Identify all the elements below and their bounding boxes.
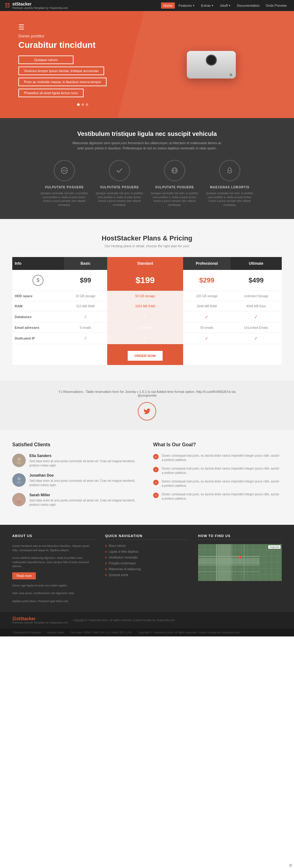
- svg-point-6: [16, 461, 22, 464]
- feature-item-0: VULPUTATE POSUERE Quisque venenatis nisl…: [40, 160, 89, 207]
- footer-nav-item-5[interactable]: Quisque porta: [105, 573, 189, 577]
- goal-item-0: ✓ Donec consequat erat justo, eu lacinia…: [153, 454, 282, 462]
- col-info: Info: [12, 257, 64, 270]
- features-section: Vestibulum tristique ligula nec suscipit…: [0, 118, 294, 219]
- hero-btn-3[interactable]: Proin ac molestie massa, in faucibus viv…: [19, 78, 107, 86]
- price-ultimate: $499: [231, 270, 282, 291]
- hero-btn-1[interactable]: Quisque rutrum: [19, 56, 73, 64]
- pricing-section: HostStacker Plans & Pricing Our Hosting …: [0, 219, 294, 381]
- nav-dot-icon: [105, 562, 107, 564]
- goal-text-0: Donec consequat erat justo, eu lacinia d…: [162, 454, 282, 462]
- goal-text-2: Donec consequat erat justo, eu lacinia d…: [162, 479, 282, 488]
- footer-about-col: ABOUT US Donec hendrerit odio at erat bi…: [12, 534, 96, 607]
- map-pin-icon: 📍: [236, 555, 243, 562]
- pricing-title: HostStacker Plans & Pricing: [12, 234, 282, 242]
- footer-about-heading: ABOUT US: [12, 534, 96, 540]
- goal-check-0: ✓: [153, 454, 159, 460]
- hero-dot-2[interactable]: [81, 103, 84, 106]
- bottom-bar: YJSimpleGrid Features Joomla! News Cdn s…: [0, 628, 294, 637]
- feature-icon-1: [109, 160, 130, 181]
- col-ultimate: Ultimate: [231, 257, 282, 270]
- feature-text-1: Quisque venenatis nisl sem, in porttitor…: [95, 191, 144, 207]
- feature-item-1: VULPUTATE POSUERE Quisque venenatis nisl…: [95, 160, 144, 207]
- nav-jstuff[interactable]: Jstuff ▼: [217, 2, 233, 8]
- footer-find-heading: HOW TO FIND US: [198, 534, 282, 540]
- clients-heading: Satisfied Clients: [12, 442, 141, 447]
- client-item-2: Sarah Miller Sed vitae enim at uma porta…: [12, 493, 141, 507]
- feature-text-3: Quisque venenatis nisl sem, in porttitor…: [205, 191, 254, 207]
- footer-extra-1: Donec eget ligula sit amet orci mattis s…: [12, 584, 96, 588]
- table-row: HDD space 20 GB storage 50 GB storage 10…: [12, 291, 282, 301]
- nav-extras[interactable]: Extras ▼: [198, 2, 216, 8]
- client-item-1: Jonathan Doe Sed vitae enim at uma porta…: [12, 473, 141, 487]
- svg-point-10: [16, 501, 22, 504]
- table-row: Dedicated IP ✗ ✓ ✓ ✓: [12, 333, 282, 344]
- feature-icon-2: [164, 160, 185, 181]
- footer-nav-item-0[interactable]: Nunc rutrum: [105, 544, 189, 548]
- footer-nav-item-1[interactable]: Ligula ut felis dapibus: [105, 550, 189, 553]
- price-icon-cell: $: [12, 270, 64, 291]
- nav-dot-icon: [105, 545, 107, 547]
- client-name-2: Sarah Miller: [29, 493, 141, 497]
- client-avatar-0: [12, 454, 26, 467]
- features-description: Maecenas dignissim sem ipsum,non ferment…: [70, 141, 224, 151]
- footer-extra-3: dapibus porta libero. Praesent eget tell…: [12, 599, 96, 603]
- hero-section: ☰ Donec porttitor Curabitur tincidunt Qu…: [0, 11, 294, 118]
- nav-home[interactable]: Home: [161, 2, 175, 8]
- client-avatar-2: [12, 493, 26, 506]
- mac-mini-device: [187, 51, 236, 79]
- hero-btn-4[interactable]: Phasellus sit amet ligula lectus nunc: [19, 89, 84, 97]
- hero-content: ☰ Donec porttitor Curabitur tincidunt Qu…: [19, 23, 147, 106]
- hero-subtitle: Donec porttitor: [19, 34, 147, 38]
- brand-sub: Premium Joomla Template by Youjoomla.com: [12, 6, 68, 9]
- logo-icon: ☷: [5, 2, 10, 9]
- hero-dots: [19, 103, 147, 106]
- col-professional: Professional: [183, 257, 230, 270]
- nav-documentation[interactable]: Documentation: [234, 2, 262, 8]
- footer-extra-2: Nam uma purus, condimentum non dignissim…: [12, 591, 96, 596]
- bottom-bar-text-0: Cdn sites | SEMI | Sed | Tel: (+1 ) (tes…: [70, 631, 132, 634]
- feature-icon-3: [219, 160, 241, 181]
- goal-item-2: ✓ Donec consequat erat justo, eu lacinia…: [153, 479, 282, 488]
- brand-name: stStacker: [12, 2, 32, 6]
- hero-dot-1[interactable]: [77, 103, 80, 106]
- footer-nav-heading: QUICK NAVIGATION: [105, 534, 189, 540]
- clients-goal-section: Satisfied Clients Ella Sanders Sed vitae…: [0, 430, 294, 525]
- twitter-text: YJ Reservations - Table reservation form…: [55, 390, 239, 397]
- nav-grids[interactable]: Grids Preview: [263, 2, 289, 8]
- check-icon: ✓: [254, 336, 258, 341]
- bottom-bar-link-0[interactable]: YJSimpleGrid Features: [12, 631, 41, 634]
- goal-check-1: ✓: [153, 467, 159, 472]
- footer-nav-item-4[interactable]: Maecenas ut adipiscing: [105, 567, 189, 571]
- feature-label-1: VULPUTATE POSUERE: [95, 186, 144, 189]
- nav-dot-icon: [105, 574, 107, 576]
- feature-item-3: MAECENAS LOBORTIS Quisque venenatis nisl…: [205, 160, 254, 207]
- check-icon: ✓: [254, 314, 258, 319]
- nav-dot-icon: [105, 551, 107, 553]
- twitter-icon[interactable]: [138, 402, 156, 421]
- client-text-2: Sed vitae enim at uma porta commodo sit …: [29, 498, 141, 507]
- client-item-0: Ella Sanders Sed vitae enim at uma porta…: [12, 454, 141, 468]
- feature-label-2: VULPUTATE POSUERE: [150, 186, 199, 189]
- chevron-icon: ▼: [211, 4, 214, 7]
- footer-nav-item-3[interactable]: Fringilla scelerisque: [105, 562, 189, 565]
- read-more-button[interactable]: Read more: [12, 572, 36, 579]
- svg-point-8: [16, 481, 22, 484]
- order-now-button[interactable]: ORDER NOW: [128, 351, 162, 361]
- hero-title: Curabitur tincidunt: [19, 40, 147, 50]
- table-row: RAM 512 MB RAM 1024 MB RAM 2048 MB RAM 4…: [12, 301, 282, 311]
- footer-about-text: Donec hendrerit odio at erat bibendum fa…: [12, 544, 96, 552]
- navbar: ☷ stStacker Premium Joomla Template by Y…: [0, 0, 294, 11]
- bottom-bar-link-1[interactable]: Joomla! News: [47, 631, 64, 634]
- footer-nav-item-2[interactable]: Vestibulum venenatis: [105, 556, 189, 559]
- nav-features[interactable]: Features ▼: [176, 2, 197, 8]
- client-text-0: Sed vitae enim at uma porta commodo sit …: [29, 459, 141, 468]
- client-avatar-1: [12, 473, 26, 487]
- footer-logo-icon: ☷stStacker: [12, 616, 36, 621]
- client-name-1: Jonathan Doe: [29, 473, 141, 477]
- hero-btn-2[interactable]: Vivamus tempor ipsum lacinia, tristique …: [19, 67, 104, 75]
- hero-image: [147, 51, 275, 79]
- check-icon: ✓: [205, 314, 209, 319]
- chevron-icon: ▼: [192, 4, 195, 7]
- hero-dot-3[interactable]: [86, 103, 88, 106]
